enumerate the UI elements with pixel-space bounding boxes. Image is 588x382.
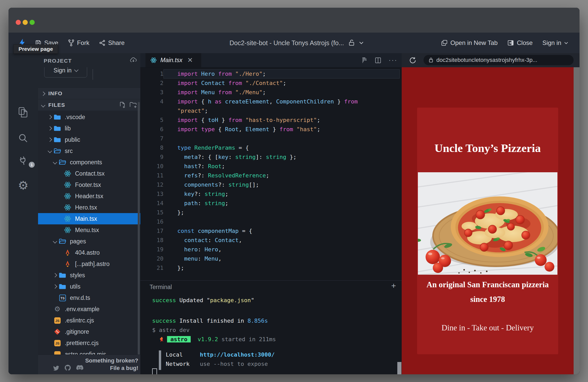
share-button[interactable]: Share bbox=[99, 39, 125, 46]
file-a-bug-link[interactable]: File a bug! bbox=[85, 364, 138, 372]
tree-item-hero-tsx[interactable]: Hero.tsx bbox=[38, 202, 140, 213]
tree-item-label: Footer.tsx bbox=[75, 182, 101, 188]
project-title-group[interactable]: Doc2-site-bot - Uncle Tonys Astrojs (fo.… bbox=[229, 33, 364, 53]
tree-item-styles[interactable]: styles bbox=[38, 270, 140, 281]
prettier-icon[interactable] bbox=[362, 57, 368, 64]
code-line[interactable]: 18 contact: Contact, bbox=[140, 236, 402, 245]
tree-item-footer-tsx[interactable]: Footer.tsx bbox=[38, 179, 140, 190]
preview-webpage[interactable]: Uncle Tony’s Pizzeria bbox=[402, 67, 574, 374]
code-line[interactable]: 10 hast?: Root; bbox=[140, 162, 402, 171]
code-line[interactable]: 15}; bbox=[140, 208, 402, 217]
tree-item-label: Header.tsx bbox=[75, 193, 103, 200]
github-icon[interactable] bbox=[64, 364, 71, 371]
code-line[interactable]: 21}; bbox=[140, 263, 402, 273]
code-line[interactable]: 17const componentMap = { bbox=[140, 226, 402, 236]
tree-item-404-astro[interactable]: 404.astro bbox=[38, 247, 140, 258]
pizzeria-tagline: An original San Franciscan pizzeria bbox=[417, 280, 558, 289]
folder-icon bbox=[59, 283, 66, 290]
discord-icon[interactable] bbox=[76, 365, 84, 371]
search-icon[interactable] bbox=[18, 133, 29, 144]
folder-open-icon bbox=[59, 238, 66, 244]
terminal-line: Local http://localhost:3000/ bbox=[152, 351, 275, 358]
tree-item-contact-tsx[interactable]: Contact.tsx bbox=[38, 168, 140, 179]
tree-item-src[interactable]: src bbox=[38, 145, 140, 157]
code-line[interactable]: 5import { toH } from "hast-to-hyperscrip… bbox=[140, 116, 402, 125]
code-line[interactable]: 14 path: string; bbox=[140, 199, 402, 208]
cloud-download-icon[interactable] bbox=[130, 57, 137, 63]
sidebar-scrollbar[interactable] bbox=[138, 102, 140, 369]
tree-item-main-tsx[interactable]: Main.tsx bbox=[38, 213, 140, 224]
code-line[interactable]: 13 key?: string; bbox=[140, 189, 402, 199]
tree-item--vscode[interactable]: .vscode bbox=[38, 111, 140, 123]
code-line[interactable]: 19 hero: Hero, bbox=[140, 245, 402, 254]
chevron-right-icon bbox=[48, 138, 52, 142]
files-panel-icon[interactable] bbox=[18, 107, 29, 118]
tree-item-env-d-ts[interactable]: TSenv.d.ts bbox=[38, 292, 140, 303]
tree-item-label: .gitignore bbox=[65, 328, 89, 335]
code-line[interactable]: 16 bbox=[140, 217, 402, 226]
tree-item--eslintrc-cjs[interactable]: JS.eslintrc.cjs bbox=[38, 315, 140, 326]
close-tab-icon[interactable]: ✕ bbox=[187, 56, 193, 64]
code-line[interactable]: 12 components?: string[]; bbox=[140, 180, 402, 189]
line-number: 18 bbox=[140, 236, 163, 245]
refresh-icon[interactable] bbox=[409, 56, 417, 64]
sidebar-sign-in-button[interactable]: Sign in bbox=[44, 67, 87, 78]
code-line[interactable]: 2import Contact from "./Contact"; bbox=[140, 79, 402, 88]
tree-item-public[interactable]: public bbox=[38, 134, 140, 145]
terminal-scrollbar[interactable] bbox=[397, 362, 401, 374]
tab-main-tsx[interactable]: Main.tsx ✕ bbox=[145, 53, 201, 67]
new-folder-icon[interactable] bbox=[130, 102, 137, 108]
ports-plug-icon[interactable] bbox=[17, 155, 29, 167]
sidebar-sign-in-label: Sign in bbox=[53, 67, 71, 74]
minimize-window-button[interactable] bbox=[23, 20, 28, 25]
new-file-icon[interactable] bbox=[119, 102, 125, 108]
chevron-right-icon bbox=[41, 92, 45, 96]
preview-page-tooltip: Preview page bbox=[13, 44, 58, 54]
folder-icon bbox=[53, 137, 61, 143]
sign-in-menu[interactable]: Sign in bbox=[543, 39, 568, 46]
more-actions-icon[interactable]: ··· bbox=[389, 56, 398, 64]
code-line[interactable]: 20 menu: Menu, bbox=[140, 254, 402, 263]
code-line[interactable]: 7 bbox=[140, 134, 402, 143]
tree-item--path-astro[interactable]: [...path].astro bbox=[38, 258, 140, 270]
tree-item-lib[interactable]: lib bbox=[38, 123, 140, 134]
tree-item--gitignore[interactable]: .gitignore bbox=[38, 326, 140, 337]
tree-item-label: components bbox=[70, 159, 102, 166]
tree-item-utils[interactable]: utils bbox=[38, 281, 140, 292]
code-line[interactable]: 3import Menu from "./Menu"; bbox=[140, 88, 402, 97]
tree-item-components[interactable]: components bbox=[38, 157, 140, 168]
preview-scrollbar-gutter[interactable] bbox=[574, 67, 580, 374]
code-line[interactable]: 6import type { Root, Element } from "has… bbox=[140, 125, 402, 134]
tree-item-label: Hero.tsx bbox=[75, 204, 97, 211]
react-icon bbox=[64, 215, 71, 223]
close-project-button[interactable]: Close bbox=[507, 39, 532, 46]
code-area[interactable]: 1import Hero from "./Hero";2import Conta… bbox=[140, 69, 402, 273]
fork-button[interactable]: Fork bbox=[68, 39, 89, 46]
tree-item-astro-config-mjs[interactable]: astro.config.mjs bbox=[38, 349, 140, 355]
tree-item-menu-tsx[interactable]: Menu.tsx bbox=[38, 224, 140, 236]
open-in-new-tab-button[interactable]: Open in New Tab bbox=[441, 39, 498, 46]
zoom-window-button[interactable] bbox=[30, 20, 35, 25]
new-terminal-icon[interactable]: + bbox=[391, 281, 396, 291]
tree-item--prettierrc-cjs[interactable]: JS.prettierrc.cjs bbox=[38, 337, 140, 349]
twitter-icon[interactable] bbox=[52, 364, 59, 371]
settings-gear-icon[interactable]: ⚙ bbox=[18, 179, 28, 191]
preview-url-bar[interactable]: doc2sitebotuncletonysastrojshyfrhx-3p... bbox=[424, 55, 574, 65]
terminal-divider[interactable] bbox=[140, 280, 402, 281]
close-label: Close bbox=[517, 39, 532, 46]
code-line[interactable]: 11 refs?: ResolvedReference; bbox=[140, 171, 402, 180]
info-section-header[interactable]: INFO bbox=[38, 88, 140, 99]
code-line[interactable]: 4import { h as createElement, ComponentC… bbox=[140, 97, 402, 106]
code-line[interactable]: 1import Hero from "./Hero"; bbox=[140, 69, 402, 79]
tree-item--env-example[interactable]: ⚙.env.example bbox=[38, 303, 140, 315]
tree-item-header-tsx[interactable]: Header.tsx bbox=[38, 190, 140, 202]
open-in-new-tab-icon bbox=[441, 40, 448, 46]
tree-item-pages[interactable]: pages bbox=[38, 236, 140, 247]
code-line[interactable]: 9 meta?: { [key: string]: string }; bbox=[140, 152, 402, 162]
close-window-button[interactable] bbox=[16, 20, 21, 25]
files-section-header[interactable]: FILES bbox=[38, 99, 140, 111]
code-line[interactable]: 8type RenderParams = { bbox=[140, 143, 402, 152]
code-line[interactable]: "preact"; bbox=[140, 106, 402, 116]
split-editor-icon[interactable] bbox=[375, 57, 381, 64]
line-number: 16 bbox=[140, 217, 163, 226]
